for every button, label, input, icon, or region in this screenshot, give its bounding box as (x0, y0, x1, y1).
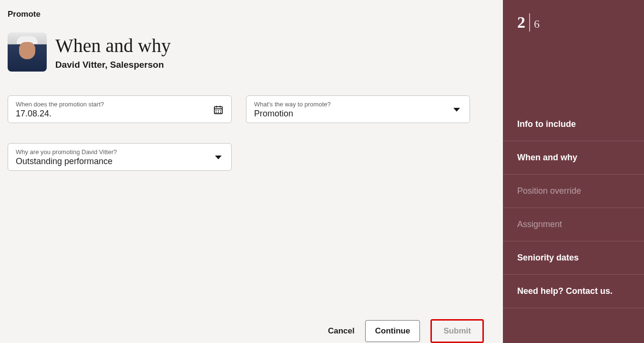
field-label: When does the promotion start? (16, 101, 104, 108)
breadcrumb: Promote (8, 10, 495, 19)
promotion-way-field[interactable]: What's the way to promote? Promotion (246, 95, 470, 123)
cancel-button[interactable]: Cancel (328, 326, 355, 336)
field-label: What's the way to promote? (254, 101, 331, 108)
step-divider (529, 13, 530, 31)
employee-avatar (8, 32, 47, 72)
calendar-icon[interactable] (213, 104, 224, 115)
nav-item-position[interactable]: Position override (503, 175, 644, 208)
chevron-down-icon (453, 108, 460, 112)
page-title: When and why (55, 34, 171, 57)
header-text: When and why David Vitter, Salesperson (55, 32, 171, 72)
continue-button[interactable]: Continue (365, 320, 420, 342)
field-value: 17.08.24. (16, 109, 104, 119)
field-content: When does the promotion start? 17.08.24. (16, 101, 104, 119)
nav-item-seniority[interactable]: Seniority dates (503, 241, 644, 275)
field-value: Outstanding performance (16, 156, 117, 166)
footer-actions: Cancel Continue Submit (328, 319, 484, 343)
employee-info: David Vitter, Salesperson (55, 60, 171, 70)
nav-item-info[interactable]: Info to include (503, 108, 644, 141)
chevron-down-icon (215, 156, 222, 159)
step-total: 6 (534, 18, 540, 31)
field-content: What's the way to promote? Promotion (254, 101, 331, 119)
submit-button[interactable]: Submit (430, 319, 484, 343)
promotion-start-field[interactable]: When does the promotion start? 17.08.24. (8, 95, 232, 123)
field-content: Why are you promoting David Vitter? Outs… (16, 148, 117, 166)
form-grid: When does the promotion start? 17.08.24. (8, 95, 495, 171)
nav-item-assignment[interactable]: Assignment (503, 208, 644, 241)
field-label: Why are you promoting David Vitter? (16, 148, 117, 156)
nav-item-help[interactable]: Need help? Contact us. (503, 275, 644, 308)
step-counter: 2 6 (503, 13, 644, 31)
field-value: Promotion (254, 109, 331, 119)
nav-list: Info to include When and why Position ov… (503, 108, 644, 308)
header-section: When and why David Vitter, Salesperson (8, 32, 495, 72)
step-current: 2 (517, 13, 525, 31)
main-content: Promote When and why David Vitter, Sales… (0, 0, 503, 343)
promotion-reason-field[interactable]: Why are you promoting David Vitter? Outs… (8, 143, 232, 171)
nav-item-when-why[interactable]: When and why (503, 141, 644, 175)
sidebar: 2 6 Info to include When and why Positio… (503, 0, 644, 343)
